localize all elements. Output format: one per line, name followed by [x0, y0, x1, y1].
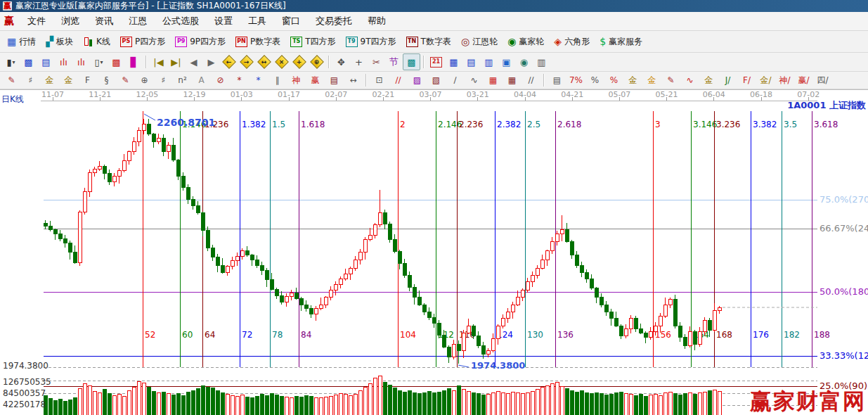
menu-item-4[interactable]: 公式选股: [155, 13, 207, 30]
menu-item-0[interactable]: 文件: [20, 13, 53, 30]
color-volume-button[interactable]: ▊: [125, 53, 143, 70]
brush-tool[interactable]: ✎: [2, 72, 21, 88]
minor-cycle-9-button[interactable]: ılı: [72, 53, 90, 70]
web-red-tool[interactable]: *: [230, 72, 249, 88]
calendar-button[interactable]: 21: [427, 53, 445, 70]
web-update-button[interactable]: ◉: [515, 53, 533, 70]
pattern-red-button[interactable]: ▩: [108, 53, 125, 70]
single-candle-dropdown[interactable]: ▯▾: [90, 53, 108, 70]
candle-style-dropdown[interactable]: ▮▾: [2, 53, 20, 70]
gann-wheel-button[interactable]: ◎江恩轮: [456, 32, 503, 51]
box-line-tool[interactable]: ⊡: [370, 72, 389, 88]
holiday-tool-button[interactable]: 节: [385, 53, 403, 70]
cut-tool-button[interactable]: ✂: [368, 53, 385, 70]
ruler123-tool[interactable]: ▤: [325, 72, 344, 88]
report-button[interactable]: ▥: [480, 53, 498, 70]
shift-left-diamond[interactable]: ←: [220, 53, 238, 70]
hash-lines-tool[interactable]: ♯: [21, 72, 40, 88]
angle-gold-tool[interactable]: 金/: [756, 72, 775, 88]
save-button[interactable]: ▣: [498, 53, 515, 70]
angle-lines-tool[interactable]: ∕: [446, 72, 465, 88]
gold-ratio-tool[interactable]: 金: [40, 72, 59, 88]
t9-square-button[interactable]: T99T四方形: [341, 32, 401, 51]
angle-j-tool[interactable]: J/: [718, 72, 737, 88]
spiral-tool[interactable]: §: [97, 72, 116, 88]
winner-service-button[interactable]: $赢家服务: [595, 32, 647, 51]
shen-tool[interactable]: 神: [287, 72, 306, 88]
gold-circle-tool[interactable]: 金: [623, 72, 642, 88]
print-button[interactable]: ▥: [533, 53, 550, 70]
t-table-button[interactable]: TNT数字表: [401, 32, 456, 51]
notes-button[interactable]: ▤: [462, 53, 480, 70]
chart-area[interactable]: 11-0711-2112-0512-1901-0301-1702-0702-21…: [0, 89, 868, 415]
menu-item-9[interactable]: 帮助: [360, 13, 394, 30]
percent-tool[interactable]: %: [585, 72, 604, 88]
calculator-button[interactable]: ▦: [445, 53, 462, 70]
p-square-button[interactable]: PSP四方形: [115, 32, 170, 51]
k-prime-tool[interactable]: ∥: [268, 72, 287, 88]
a-slash-tool[interactable]: A: [192, 72, 211, 88]
nav-last-button[interactable]: ▶|: [167, 53, 185, 70]
expand-all-diamond[interactable]: ⊕: [308, 53, 325, 70]
menu-item-8[interactable]: 交易委托: [308, 13, 360, 30]
fan-box-purple-tool[interactable]: ▨: [408, 72, 427, 88]
gold-under-tool[interactable]: 金: [699, 72, 718, 88]
kline-chart-canvas[interactable]: 11-0711-2112-0512-1901-0301-1702-0702-21…: [0, 90, 868, 415]
ruler-lines-tool[interactable]: ♯: [154, 72, 173, 88]
percent-red-tool[interactable]: 7%: [566, 72, 585, 88]
crosshair-button[interactable]: +: [350, 53, 368, 70]
angle-win-tool[interactable]: 赢/: [794, 72, 813, 88]
scale-tool[interactable]: ▤: [548, 72, 566, 88]
menu-item-1[interactable]: 浏览: [53, 13, 87, 30]
win-tool[interactable]: 赢: [306, 72, 325, 88]
gold-section-tool[interactable]: 金: [59, 72, 78, 88]
angle-si-tool[interactable]: 四/: [813, 72, 832, 88]
nav-first-button[interactable]: |◀: [150, 53, 167, 70]
menu-item-2[interactable]: 资讯: [87, 13, 121, 30]
menu-item-5[interactable]: 设置: [207, 13, 240, 30]
kline-button[interactable]: K线: [78, 32, 115, 51]
minor-cycle-3-button[interactable]: ılı: [55, 53, 72, 70]
wave-red-tool[interactable]: ∿: [680, 72, 699, 88]
info-doc-button[interactable]: ▤: [37, 53, 55, 70]
zigzag-tool[interactable]: ∿: [465, 72, 484, 88]
shift-right-diamond[interactable]: →: [238, 53, 255, 70]
angle-f-tool[interactable]: F/: [737, 72, 756, 88]
nav-prev-button[interactable]: ◀: [185, 53, 202, 70]
fan-box-maroon-tool[interactable]: ▧: [427, 72, 446, 88]
n-squared-tool[interactable]: n²: [173, 72, 192, 88]
p9-square-button[interactable]: P99P四方形: [170, 32, 231, 51]
ai-analysis-button[interactable]: ▩: [403, 53, 420, 70]
fan-red-tool[interactable]: ∕∕: [389, 72, 408, 88]
gold-line-tool[interactable]: 金: [642, 72, 661, 88]
hexagon-button[interactable]: ◈六角形: [549, 32, 595, 51]
grid-red-tool[interactable]: ▦: [484, 72, 503, 88]
menu-item-3[interactable]: 江恩: [121, 13, 155, 30]
gann-circle-tool[interactable]: ⊕: [135, 72, 154, 88]
t-square-button[interactable]: TST四方形: [285, 32, 340, 51]
pattern-window-button[interactable]: ▩: [20, 53, 37, 70]
quotes-button[interactable]: ▦行情: [2, 32, 41, 51]
nav-next-button[interactable]: ▶: [202, 53, 220, 70]
brush3-tool[interactable]: ✎: [661, 72, 680, 88]
circle-cross-tool[interactable]: ⊘: [211, 72, 230, 88]
web-blue-tool[interactable]: *: [249, 72, 268, 88]
brush2-tool[interactable]: ✎: [116, 72, 135, 88]
winner-wheel-button[interactable]: ◉赢家轮: [503, 32, 549, 51]
menu-item-7[interactable]: 窗口: [274, 13, 308, 30]
grid-maroon-tool[interactable]: ▦: [503, 72, 522, 88]
slash-lines-tool[interactable]: ∕∕: [522, 72, 540, 88]
pan-hand-button[interactable]: ✥: [332, 53, 350, 70]
title-bar[interactable]: 赢 赢家江恩专业版[赢家内部服务平台] - [上证指数 SH1A0001-167…: [0, 0, 868, 12]
angle-shen-tool[interactable]: 神/: [775, 72, 794, 88]
menu-item-6[interactable]: 工具: [240, 13, 274, 30]
width-tool[interactable]: ↔: [344, 72, 363, 88]
h-expand-diamond[interactable]: ↔: [255, 53, 273, 70]
expand-diamond[interactable]: +: [290, 53, 308, 70]
percent-line-tool[interactable]: %: [604, 72, 623, 88]
draw-toolbar: ✎♯金金F§✎⊕♯n²A⊘**∥神赢▤↔⊡∕∕▨▧∕∿▦▦∕∕▤7%%%金金✎∿…: [0, 72, 868, 89]
sectors-button[interactable]: ▞板块: [41, 32, 78, 51]
fibonacci-tool[interactable]: F: [78, 72, 97, 88]
p-table-button[interactable]: PNP数字表: [231, 32, 285, 51]
compress-diamond[interactable]: ×: [273, 53, 290, 70]
